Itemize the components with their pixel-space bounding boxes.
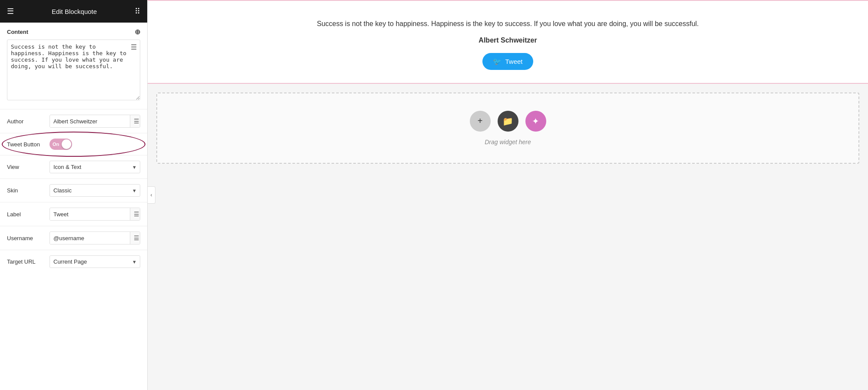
label-input[interactable] xyxy=(50,208,130,220)
tweet-btn-label: Tweet xyxy=(505,58,522,65)
folder-widget-button[interactable]: 📁 xyxy=(498,111,518,132)
grid-icon[interactable]: ⠿ xyxy=(135,7,140,15)
left-panel: ☰ Edit Blockquote ⠿ Content ⊕ Success is… xyxy=(0,0,148,390)
content-textarea-wrapper: Success is not the key to happiness. Hap… xyxy=(0,40,147,107)
divider-3 xyxy=(0,155,147,155)
divider-1 xyxy=(0,109,147,109)
textarea-db-icon[interactable]: ☰ xyxy=(131,43,137,51)
username-input[interactable] xyxy=(50,232,130,244)
panel-header: ☰ Edit Blockquote ⠿ xyxy=(0,0,147,23)
right-panel: ‹ Success is not the key to happiness. H… xyxy=(148,0,868,390)
panel-title: Edit Blockquote xyxy=(52,8,97,15)
author-row: Author ☰ xyxy=(0,111,147,131)
username-label: Username xyxy=(7,235,46,241)
tweet-button-toggle[interactable]: On xyxy=(50,139,72,150)
label-db-icon[interactable]: ☰ xyxy=(130,208,140,220)
toggle-thumb xyxy=(62,139,71,149)
target-url-select[interactable]: Current Page Custom URL xyxy=(50,255,140,268)
collapse-icon: ‹ xyxy=(151,192,152,198)
toggle-wrapper: On xyxy=(50,139,72,150)
content-section-header: Content ⊕ xyxy=(0,23,147,40)
drag-widget-section: + 📁 ✦ Drag widget here xyxy=(156,93,859,164)
skin-label: Skin xyxy=(7,187,46,194)
add-widget-button[interactable]: + xyxy=(470,111,491,132)
label-label: Label xyxy=(7,211,46,218)
target-url-select-wrapper: Current Page Custom URL ▼ xyxy=(50,255,140,268)
view-select[interactable]: Icon & Text Icon Only Text Only xyxy=(50,161,140,173)
username-db-icon[interactable]: ☰ xyxy=(130,232,140,244)
blockquote-text: Success is not the key to happiness. Hap… xyxy=(313,18,703,30)
blockquote-author: Albert Schweitzer xyxy=(156,36,859,44)
twitter-bird-icon: 🐦 xyxy=(493,57,502,66)
skin-select-wrapper: Classic Modern ▼ xyxy=(50,184,140,197)
tweet-button-label: Tweet Button xyxy=(7,141,46,148)
target-url-label: Target URL xyxy=(7,258,46,265)
toggle-on-label: On xyxy=(53,142,59,147)
textarea-container: Success is not the key to happiness. Hap… xyxy=(7,40,140,102)
divider-7 xyxy=(0,250,147,250)
author-db-icon[interactable]: ☰ xyxy=(130,115,140,127)
content-textarea[interactable]: Success is not the key to happiness. Hap… xyxy=(7,40,140,100)
hamburger-icon[interactable]: ☰ xyxy=(7,7,14,15)
blockquote-section: Success is not the key to happiness. Hap… xyxy=(148,0,868,84)
author-input[interactable] xyxy=(50,116,130,127)
tweet-button[interactable]: 🐦 Tweet xyxy=(482,53,533,70)
target-url-row: Target URL Current Page Custom URL ▼ xyxy=(0,252,147,271)
author-input-wrapper: ☰ xyxy=(50,115,140,128)
divider-4 xyxy=(0,178,147,179)
view-row: View Icon & Text Icon Only Text Only ▼ xyxy=(0,157,147,177)
tweet-button-row: Tweet Button On xyxy=(0,135,147,153)
content-label: Content xyxy=(7,29,28,35)
collapse-tab[interactable]: ‹ xyxy=(148,186,155,204)
view-select-wrapper: Icon & Text Icon Only Text Only ▼ xyxy=(50,161,140,173)
divider-6 xyxy=(0,226,147,226)
username-row: Username ☰ xyxy=(0,228,147,248)
drag-icons-row: + 📁 ✦ xyxy=(470,111,546,132)
label-row: Label ☰ xyxy=(0,204,147,224)
skin-row: Skin Classic Modern ▼ xyxy=(0,181,147,200)
drag-text: Drag widget here xyxy=(485,139,531,145)
expand-icon[interactable]: ⊕ xyxy=(135,28,140,36)
username-input-wrapper: ☰ xyxy=(50,231,140,245)
skin-select[interactable]: Classic Modern xyxy=(50,184,140,197)
sparkle-widget-button[interactable]: ✦ xyxy=(525,111,546,132)
author-label: Author xyxy=(7,118,46,125)
label-input-wrapper: ☰ xyxy=(50,208,140,221)
divider-5 xyxy=(0,202,147,202)
view-label: View xyxy=(7,164,46,170)
divider-2 xyxy=(0,133,147,133)
